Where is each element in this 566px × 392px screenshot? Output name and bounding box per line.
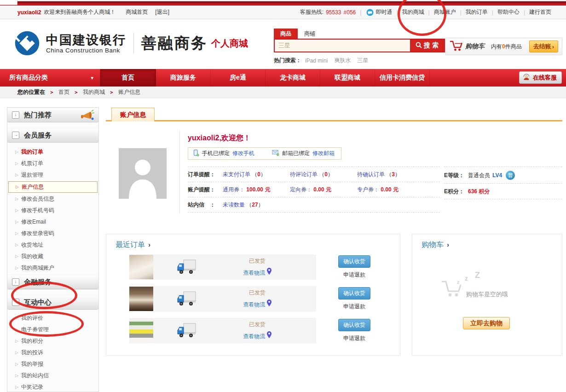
main-nav: 所有商品分类 ▾ 首页 商旅服务 房e通 龙卡商城 联盟商城 信用卡消费信贷 bbox=[0, 69, 566, 86]
sidebar-section-hot[interactable]: ↓ 热门推荐 bbox=[7, 108, 98, 122]
edit-phone-link[interactable]: 修改手机 bbox=[232, 150, 254, 157]
product-image[interactable] bbox=[129, 255, 153, 279]
mini-cart[interactable]: 购物车 内有0件商品 去结账 › bbox=[445, 38, 562, 55]
to-review-orders-link[interactable]: 待评论订单 bbox=[290, 171, 318, 178]
ccb-logo-icon bbox=[14, 30, 40, 57]
breadcrumb-home[interactable]: 首页 bbox=[58, 88, 69, 96]
breadcrumb-my-mall[interactable]: 我的商城 bbox=[83, 88, 105, 96]
confirm-receipt-button[interactable]: 确认收货 bbox=[338, 287, 370, 300]
unread-messages-link[interactable]: 未读数量 bbox=[223, 202, 245, 208]
special-coupon-value: 0.00 元 bbox=[381, 186, 399, 193]
sidebar-section-finance[interactable]: ↓ 金融服务 bbox=[7, 275, 98, 289]
view-logistics-link[interactable]: 查看物流 bbox=[243, 301, 265, 308]
search-tab-shops[interactable]: 商铺 bbox=[298, 29, 322, 39]
phone-icon bbox=[193, 150, 199, 158]
nav-item-home[interactable]: 首页 bbox=[100, 69, 156, 86]
logo[interactable]: 中国建设银行 China Construction Bank 善融商务 个人商城 bbox=[14, 30, 248, 57]
reminder-table: 订单提醒： 未支付订单 （0） 待评论订单 （0） 待确认订单 （3） 账户提醒… bbox=[188, 167, 440, 213]
help-center-link[interactable]: 帮助中心 bbox=[497, 8, 520, 16]
unread-messages: 未读数量 （27） bbox=[223, 201, 264, 209]
egrade-value: 普通会员 bbox=[468, 172, 490, 179]
search-icon bbox=[416, 42, 422, 50]
general-coupon-link[interactable]: 通用券： bbox=[223, 186, 245, 193]
hot-keyword[interactable]: 三星 bbox=[357, 57, 368, 64]
nav-item-longcard-mall[interactable]: 龙卡商城 bbox=[266, 69, 320, 86]
view-logistics-link[interactable]: 查看物流 bbox=[243, 333, 265, 340]
all-categories-menu[interactable]: 所有商品分类 ▾ bbox=[0, 69, 100, 86]
nav-item-house[interactable]: 房e通 bbox=[211, 69, 266, 86]
edit-email-link[interactable]: 修改邮箱 bbox=[312, 150, 335, 157]
sidebar-item-mall-account[interactable]: ▷我的商城账户 bbox=[7, 262, 98, 274]
sidebar-item-my-complaints[interactable]: ▷我的投诉 bbox=[7, 347, 98, 358]
sidebar-item-edit-password[interactable]: ▷修改登录密码 bbox=[7, 228, 98, 239]
request-refund-link[interactable]: 申请退款 bbox=[343, 271, 365, 279]
sidebar-item-my-points[interactable]: ▷我的积分 bbox=[7, 335, 98, 347]
instant-messenger-link[interactable]: 即时通 bbox=[375, 8, 392, 16]
sidebar-item-my-messages[interactable]: ▷我的站内信 bbox=[7, 370, 98, 381]
tab-account-info[interactable]: 账户信息 bbox=[111, 108, 155, 121]
my-mall-link[interactable]: 我的商城 bbox=[402, 8, 424, 16]
hotline-ext: #056 bbox=[344, 9, 356, 16]
request-refund-link[interactable]: 申请退款 bbox=[343, 334, 365, 342]
ccb-home-link[interactable]: 建行首页 bbox=[529, 8, 551, 16]
recent-orders-title[interactable]: 最近订单› bbox=[116, 240, 150, 250]
search-input[interactable] bbox=[275, 40, 410, 52]
cart-empty-text: 购物车是空的哦 bbox=[466, 290, 508, 299]
sidebar-item-refund-mgmt[interactable]: ▷退款管理 bbox=[7, 169, 98, 181]
cart-count: 内有0件商品 bbox=[491, 43, 522, 51]
instant-messenger-icon bbox=[366, 9, 374, 16]
mall-home-link[interactable]: 商城首页 bbox=[126, 8, 148, 16]
direct-coupon-link[interactable]: 定向券： bbox=[290, 186, 312, 193]
nav-item-travel[interactable]: 商旅服务 bbox=[156, 69, 211, 86]
sidebar-item-ecoupon-mgmt[interactable]: ▷电子券管理 bbox=[7, 324, 98, 335]
mall-account-link[interactable]: 商城账户 bbox=[434, 8, 456, 16]
email-icon bbox=[272, 150, 279, 157]
request-refund-link[interactable]: 申请退款 bbox=[343, 303, 365, 311]
nav-item-credit-loan[interactable]: 信用卡消费信贷 bbox=[375, 69, 430, 86]
online-service-button[interactable]: 在线客服 bbox=[519, 71, 562, 84]
logout-link[interactable]: [退出] bbox=[155, 8, 169, 16]
sidebar-item-account-info[interactable]: ▷账户信息 bbox=[8, 181, 98, 193]
search-button[interactable]: 搜 索 bbox=[410, 40, 444, 52]
truck-icon bbox=[176, 291, 197, 307]
page: yuxiaoli2 欢迎来到善融商务个人商城！ 商城首页 [退出] 客服热线: … bbox=[0, 0, 566, 392]
hot-keyword[interactable]: iPad mini bbox=[305, 58, 328, 64]
view-logistics-link[interactable]: 查看物流 bbox=[243, 270, 265, 276]
sidebar-section-interact[interactable]: → 互动中心 bbox=[7, 295, 98, 310]
sidebar-item-my-reports[interactable]: ▷我的举报 bbox=[7, 358, 98, 370]
sidebar-item-edit-phone[interactable]: ▷修改手机号码 bbox=[7, 205, 98, 216]
search-tab-goods[interactable]: 商品 bbox=[274, 29, 298, 39]
hot-keyword[interactable]: 爽肤水 bbox=[334, 57, 351, 64]
to-confirm-orders-link[interactable]: 待确认订单 bbox=[357, 171, 385, 178]
sidebar-item-my-reviews[interactable]: ▷我的评价 bbox=[7, 312, 98, 324]
my-orders-link[interactable]: 我的订单 bbox=[466, 8, 488, 16]
general-coupon: 通用券： 100.00 元 bbox=[223, 186, 290, 194]
sidebar-item-prize-records[interactable]: ▷中奖记录 bbox=[7, 381, 98, 392]
special-coupon-link[interactable]: 专户券： bbox=[357, 186, 379, 193]
sidebar-item-flight-orders[interactable]: ▷机票订单 bbox=[7, 158, 98, 169]
message-label: 站内信 ： bbox=[188, 201, 223, 209]
breadcrumb-separator: ＞ bbox=[109, 89, 114, 96]
direct-coupon-value: 0.00 元 bbox=[313, 186, 331, 193]
online-service-label: 在线客服 bbox=[533, 74, 557, 82]
product-image[interactable] bbox=[129, 318, 153, 343]
sidebar-item-favorites[interactable]: ▷我的收藏 bbox=[7, 251, 98, 262]
shop-now-button[interactable]: 立即去购物 bbox=[463, 317, 510, 329]
collapse-arrow-icon: ↓ bbox=[12, 278, 19, 286]
confirm-receipt-button[interactable]: 确认收货 bbox=[338, 319, 370, 331]
level-badge-icon: 普 bbox=[506, 171, 515, 180]
product-image[interactable] bbox=[129, 287, 153, 311]
sidebar-item-my-orders[interactable]: ▷我的订单 bbox=[7, 146, 98, 158]
epoints-value: 636 积分 bbox=[468, 188, 490, 196]
sidebar-item-shipping-address[interactable]: ▷收货地址 bbox=[7, 239, 98, 251]
sidebar-section-member[interactable]: → 会员服务 bbox=[7, 128, 98, 143]
special-coupon: 专户券： 0.00 元 bbox=[357, 186, 424, 194]
sidebar-item-edit-member-info[interactable]: ▷修改会员信息 bbox=[7, 193, 98, 205]
cart-panel-title[interactable]: 购物车› bbox=[422, 240, 449, 250]
sidebar-item-edit-email[interactable]: ▷修改Email bbox=[7, 216, 98, 228]
checkout-button[interactable]: 去结账 › bbox=[529, 40, 558, 52]
nav-item-alliance-mall[interactable]: 联盟商城 bbox=[320, 69, 375, 86]
welcome-text: 欢迎来到善融商务个人商城！ bbox=[44, 8, 116, 16]
unpaid-orders-link[interactable]: 未支付订单 bbox=[223, 171, 250, 178]
confirm-receipt-button[interactable]: 确认收货 bbox=[338, 255, 370, 268]
